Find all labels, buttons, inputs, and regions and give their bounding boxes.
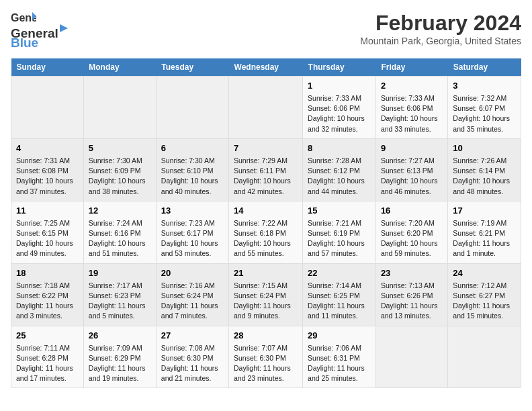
day-number: 28 (234, 330, 298, 340)
calendar-cell: 13 Sunrise: 7:23 AMSunset: 6:17 PMDaylig… (156, 201, 228, 263)
cell-info: Sunrise: 7:11 AMSunset: 6:28 PMDaylight:… (16, 344, 73, 383)
header-day-monday: Monday (83, 58, 156, 77)
cell-info: Sunrise: 7:28 AMSunset: 6:12 PMDaylight:… (308, 156, 365, 195)
day-number: 25 (16, 330, 79, 340)
cell-info: Sunrise: 7:27 AMSunset: 6:13 PMDaylight:… (381, 156, 438, 195)
header-day-sunday: Sunday (11, 58, 84, 77)
cell-info: Sunrise: 7:17 AMSunset: 6:23 PMDaylight:… (89, 281, 146, 320)
day-number: 29 (308, 330, 371, 340)
cell-info: Sunrise: 7:15 AMSunset: 6:24 PMDaylight:… (234, 281, 291, 320)
week-row-5: 25 Sunrise: 7:11 AMSunset: 6:28 PMDaylig… (11, 326, 521, 388)
cell-info: Sunrise: 7:32 AMSunset: 6:07 PMDaylight:… (453, 94, 510, 133)
day-number: 23 (381, 268, 443, 278)
day-number: 16 (381, 205, 443, 216)
calendar-cell (375, 326, 447, 388)
calendar-cell: 22 Sunrise: 7:14 AMSunset: 6:25 PMDaylig… (303, 263, 376, 326)
day-number: 3 (453, 81, 516, 91)
cell-info: Sunrise: 7:30 AMSunset: 6:09 PMDaylight:… (89, 156, 146, 195)
header-day-wednesday: Wednesday (229, 58, 303, 77)
calendar-cell: 19 Sunrise: 7:17 AMSunset: 6:23 PMDaylig… (83, 263, 156, 326)
cell-info: Sunrise: 7:25 AMSunset: 6:15 PMDaylight:… (16, 219, 73, 258)
day-number: 10 (453, 143, 516, 153)
day-number: 22 (308, 268, 371, 278)
cell-info: Sunrise: 7:06 AMSunset: 6:31 PMDaylight:… (308, 344, 365, 383)
calendar-cell: 11 Sunrise: 7:25 AMSunset: 6:15 PMDaylig… (11, 201, 84, 263)
calendar-cell: 8 Sunrise: 7:28 AMSunset: 6:12 PMDayligh… (303, 138, 376, 201)
cell-info: Sunrise: 7:26 AMSunset: 6:14 PMDaylight:… (453, 156, 510, 195)
calendar-cell: 7 Sunrise: 7:29 AMSunset: 6:11 PMDayligh… (229, 138, 303, 201)
day-number: 19 (89, 268, 151, 278)
calendar-cell: 3 Sunrise: 7:32 AMSunset: 6:07 PMDayligh… (448, 77, 521, 139)
calendar-cell: 20 Sunrise: 7:16 AMSunset: 6:24 PMDaylig… (156, 263, 228, 326)
month-title: February 2024 (360, 11, 521, 36)
cell-info: Sunrise: 7:13 AMSunset: 6:26 PMDaylight:… (381, 281, 438, 320)
header-day-friday: Friday (375, 58, 447, 77)
day-number: 26 (89, 330, 151, 340)
day-number: 27 (161, 330, 224, 340)
cell-info: Sunrise: 7:29 AMSunset: 6:11 PMDaylight:… (234, 156, 291, 195)
cell-info: Sunrise: 7:33 AMSunset: 6:06 PMDaylight:… (381, 94, 438, 133)
day-number: 21 (234, 268, 298, 278)
week-row-1: 1 Sunrise: 7:33 AMSunset: 6:06 PMDayligh… (11, 77, 521, 139)
header-day-saturday: Saturday (448, 58, 521, 77)
calendar-table: SundayMondayTuesdayWednesdayThursdayFrid… (11, 58, 521, 388)
calendar-cell: 10 Sunrise: 7:26 AMSunset: 6:14 PMDaylig… (448, 138, 521, 201)
calendar-cell: 26 Sunrise: 7:09 AMSunset: 6:29 PMDaylig… (83, 326, 156, 388)
day-number: 5 (89, 143, 151, 153)
calendar-cell: 9 Sunrise: 7:27 AMSunset: 6:13 PMDayligh… (375, 138, 447, 201)
cell-info: Sunrise: 7:23 AMSunset: 6:17 PMDaylight:… (161, 219, 218, 258)
cell-info: Sunrise: 7:09 AMSunset: 6:29 PMDaylight:… (89, 344, 146, 383)
day-number: 14 (234, 205, 298, 216)
calendar-cell: 17 Sunrise: 7:19 AMSunset: 6:21 PMDaylig… (448, 201, 521, 263)
week-row-3: 11 Sunrise: 7:25 AMSunset: 6:15 PMDaylig… (11, 201, 521, 263)
day-number: 13 (161, 205, 224, 216)
calendar-cell: 6 Sunrise: 7:30 AMSunset: 6:10 PMDayligh… (156, 138, 228, 201)
calendar-cell (229, 77, 303, 139)
cell-info: Sunrise: 7:30 AMSunset: 6:10 PMDaylight:… (161, 156, 218, 195)
cell-info: Sunrise: 7:07 AMSunset: 6:30 PMDaylight:… (234, 344, 291, 383)
calendar-cell: 2 Sunrise: 7:33 AMSunset: 6:06 PMDayligh… (375, 77, 447, 139)
cell-info: Sunrise: 7:14 AMSunset: 6:25 PMDaylight:… (308, 281, 365, 320)
cell-info: Sunrise: 7:19 AMSunset: 6:21 PMDaylight:… (453, 219, 510, 258)
logo-blue: Blue (11, 36, 38, 50)
calendar-cell: 18 Sunrise: 7:18 AMSunset: 6:22 PMDaylig… (11, 263, 84, 326)
calendar-cell: 5 Sunrise: 7:30 AMSunset: 6:09 PMDayligh… (83, 138, 156, 201)
calendar-cell (448, 326, 521, 388)
day-number: 7 (234, 143, 298, 153)
day-number: 2 (381, 81, 443, 91)
day-number: 9 (381, 143, 443, 153)
header-day-thursday: Thursday (303, 58, 376, 77)
cell-info: Sunrise: 7:21 AMSunset: 6:19 PMDaylight:… (308, 219, 365, 258)
day-number: 15 (308, 205, 371, 216)
cell-info: Sunrise: 7:31 AMSunset: 6:08 PMDaylight:… (16, 156, 73, 195)
day-number: 11 (16, 205, 79, 216)
day-number: 8 (308, 143, 371, 153)
calendar-cell: 4 Sunrise: 7:31 AMSunset: 6:08 PMDayligh… (11, 138, 84, 201)
cell-info: Sunrise: 7:08 AMSunset: 6:30 PMDaylight:… (161, 344, 218, 383)
week-row-4: 18 Sunrise: 7:18 AMSunset: 6:22 PMDaylig… (11, 263, 521, 326)
header-row: SundayMondayTuesdayWednesdayThursdayFrid… (11, 58, 521, 77)
calendar-cell: 16 Sunrise: 7:20 AMSunset: 6:20 PMDaylig… (375, 201, 447, 263)
cell-info: Sunrise: 7:18 AMSunset: 6:22 PMDaylight:… (16, 281, 73, 320)
day-number: 12 (89, 205, 151, 216)
svg-marker-2 (60, 24, 68, 32)
day-number: 18 (16, 268, 79, 278)
calendar-cell: 1 Sunrise: 7:33 AMSunset: 6:06 PMDayligh… (303, 77, 376, 139)
header: General General Blue February 2024 Mount… (11, 11, 521, 50)
day-number: 6 (161, 143, 224, 153)
calendar-cell: 23 Sunrise: 7:13 AMSunset: 6:26 PMDaylig… (375, 263, 447, 326)
calendar-cell: 25 Sunrise: 7:11 AMSunset: 6:28 PMDaylig… (11, 326, 84, 388)
logo-flag (60, 24, 68, 38)
logo: General General Blue (11, 11, 68, 50)
day-number: 20 (161, 268, 224, 278)
week-row-2: 4 Sunrise: 7:31 AMSunset: 6:08 PMDayligh… (11, 138, 521, 201)
calendar-cell: 21 Sunrise: 7:15 AMSunset: 6:24 PMDaylig… (229, 263, 303, 326)
calendar-cell: 28 Sunrise: 7:07 AMSunset: 6:30 PMDaylig… (229, 326, 303, 388)
day-number: 1 (308, 81, 371, 91)
cell-info: Sunrise: 7:12 AMSunset: 6:27 PMDaylight:… (453, 281, 510, 320)
calendar-cell (156, 77, 228, 139)
calendar-cell (83, 77, 156, 139)
header-day-tuesday: Tuesday (156, 58, 228, 77)
cell-info: Sunrise: 7:16 AMSunset: 6:24 PMDaylight:… (161, 281, 218, 320)
day-number: 4 (16, 143, 79, 153)
